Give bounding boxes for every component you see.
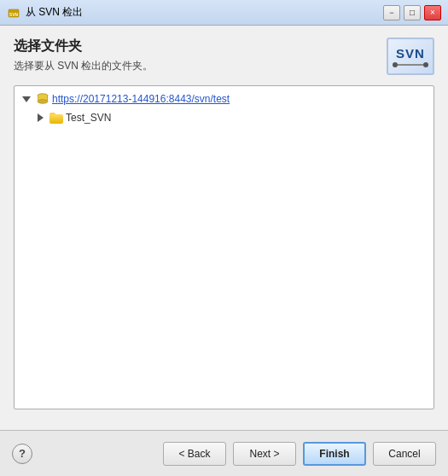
title-bar-text: 从 SVN 检出	[26, 5, 383, 20]
svg-rect-7	[47, 96, 48, 102]
main-content: 选择文件夹 选择要从 SVN 检出的文件夹。 SVN	[0, 26, 448, 430]
tree-panel[interactable]: https://20171213-144916:8443/svn/test Te…	[14, 85, 434, 409]
expand-icon-root	[20, 92, 33, 106]
tree-child-label: Test_SVN	[66, 112, 111, 124]
next-button[interactable]: Next >	[233, 442, 296, 466]
finish-button[interactable]: Finish	[303, 442, 366, 466]
folder-icon	[49, 113, 63, 124]
maximize-button[interactable]: □	[404, 5, 421, 20]
svn-logo: SVN	[387, 38, 434, 75]
svn-logo-text: SVN	[396, 46, 425, 61]
bottom-bar: ? < Back Next > Finish Cancel	[0, 430, 448, 476]
page-title: 选择文件夹	[14, 38, 378, 55]
svn-logo-connector	[393, 62, 428, 67]
cancel-button[interactable]: Cancel	[373, 442, 436, 466]
title-bar-icon: SVN	[7, 6, 20, 20]
header-text: 选择文件夹 选择要从 SVN 检出的文件夹。	[14, 38, 378, 73]
tree-child-item[interactable]: Test_SVN	[15, 108, 433, 127]
svg-text:SVN: SVN	[9, 12, 19, 17]
expand-icon-child	[33, 111, 47, 125]
back-button[interactable]: < Back	[163, 442, 226, 466]
repository-icon	[36, 93, 49, 105]
connector-line	[398, 64, 423, 66]
header-section: 选择文件夹 选择要从 SVN 检出的文件夹。 SVN	[14, 38, 434, 75]
title-bar: SVN 从 SVN 检出 － □ ×	[0, 0, 448, 26]
svg-rect-6	[38, 96, 38, 102]
connector-dot-right	[423, 62, 428, 67]
svg-point-5	[38, 100, 48, 103]
bottom-buttons: < Back Next > Finish Cancel	[163, 442, 436, 466]
tree-root-label: https://20171213-144916:8443/svn/test	[52, 93, 230, 105]
minimize-button[interactable]: －	[383, 5, 400, 20]
title-bar-controls: － □ ×	[383, 5, 441, 20]
page-subtitle: 选择要从 SVN 检出的文件夹。	[14, 59, 378, 73]
help-button[interactable]: ?	[12, 444, 32, 464]
tree-root-item[interactable]: https://20171213-144916:8443/svn/test	[15, 90, 433, 108]
close-button[interactable]: ×	[424, 5, 441, 20]
